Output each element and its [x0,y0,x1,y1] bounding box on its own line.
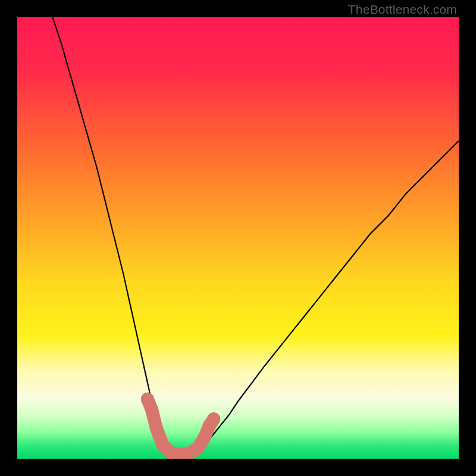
left-curve [52,17,171,452]
watermark: TheBottleneck.com [348,2,457,17]
svg-point-3 [150,421,163,434]
svg-point-2 [145,403,158,416]
plot-area [17,17,459,459]
svg-point-6 [207,412,220,425]
curves-layer [17,17,459,459]
right-curve [194,141,459,452]
